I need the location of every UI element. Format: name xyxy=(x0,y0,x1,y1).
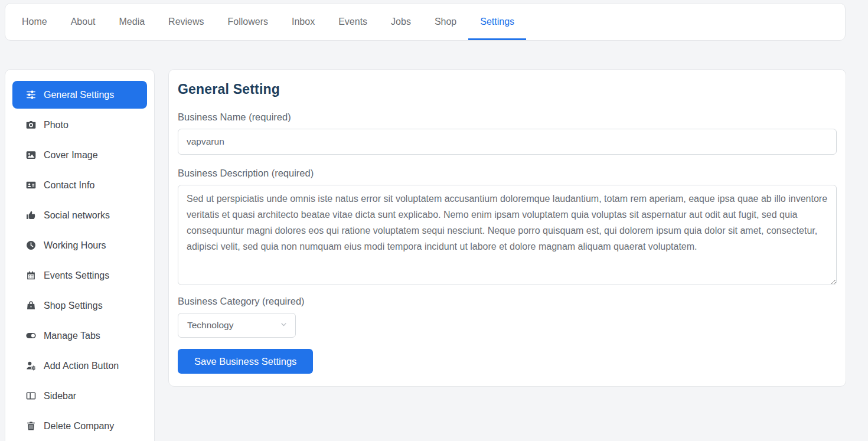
tab-settings[interactable]: Settings xyxy=(468,4,526,40)
thumbs-up-icon xyxy=(26,210,36,220)
tab-events[interactable]: Events xyxy=(327,4,379,40)
sidebar-item-label: Cover Image xyxy=(44,150,98,161)
business-category-selected-value: Technology xyxy=(187,320,233,331)
sidebar-item-label: Social networks xyxy=(44,210,110,221)
tab-jobs[interactable]: Jobs xyxy=(379,4,423,40)
sidebar-item-social-networks[interactable]: Social networks xyxy=(12,201,147,229)
address-card-icon xyxy=(26,180,36,190)
settings-sidebar: General Settings Photo Cover Image Conta… xyxy=(5,69,155,441)
general-settings-panel: General Setting Business Name (required)… xyxy=(168,69,846,387)
sliders-icon xyxy=(26,90,36,100)
tab-followers[interactable]: Followers xyxy=(216,4,280,40)
clock-icon xyxy=(26,240,36,250)
sidebar-item-delete-company[interactable]: Delete Company xyxy=(12,412,147,440)
shopping-bag-icon xyxy=(26,300,36,311)
calendar-icon xyxy=(26,270,36,280)
sidebar-item-working-hours[interactable]: Working Hours xyxy=(12,231,147,259)
business-name-input[interactable] xyxy=(178,129,837,155)
tab-shop[interactable]: Shop xyxy=(423,4,468,40)
camera-icon xyxy=(26,120,36,130)
sidebar-item-general-settings[interactable]: General Settings xyxy=(12,81,147,109)
user-gear-icon xyxy=(26,361,36,371)
sidebar-item-label: Manage Tabs xyxy=(44,331,100,341)
business-category-select[interactable]: Technology xyxy=(178,313,296,338)
sidebar-item-add-action-button[interactable]: Add Action Button xyxy=(12,352,147,380)
sidebar-item-contact-info[interactable]: Contact Info xyxy=(12,171,147,199)
sidebar-item-label: General Settings xyxy=(44,90,114,100)
sidebar-item-sidebar[interactable]: Sidebar xyxy=(12,382,147,410)
sidebar-item-label: Contact Info xyxy=(44,180,94,191)
tab-home[interactable]: Home xyxy=(10,4,59,40)
sidebar-item-photo[interactable]: Photo xyxy=(12,111,147,139)
sidebar-item-label: Shop Settings xyxy=(44,300,103,311)
business-category-label: Business Category (required) xyxy=(178,296,837,307)
tab-inbox[interactable]: Inbox xyxy=(280,4,327,40)
sidebar-item-manage-tabs[interactable]: Manage Tabs xyxy=(12,322,147,349)
toggle-icon xyxy=(26,331,36,341)
tab-reviews[interactable]: Reviews xyxy=(156,4,216,40)
sidebar-item-label: Photo xyxy=(44,120,68,130)
sidebar-item-label: Sidebar xyxy=(44,391,76,401)
image-icon xyxy=(26,150,36,160)
sidebar-item-label: Add Action Button xyxy=(44,361,119,371)
sidebar-item-label: Delete Company xyxy=(44,421,114,432)
business-description-textarea[interactable]: Sed ut perspiciatis unde omnis iste natu… xyxy=(178,185,837,285)
chevron-down-icon xyxy=(280,320,288,331)
business-description-label: Business Description (required) xyxy=(178,168,837,179)
top-nav: Home About Media Reviews Followers Inbox… xyxy=(5,3,846,41)
tab-about[interactable]: About xyxy=(59,4,107,40)
sidebar-item-label: Events Settings xyxy=(44,270,109,281)
sidebar-item-label: Working Hours xyxy=(44,240,106,251)
sidebar-item-shop-settings[interactable]: Shop Settings xyxy=(12,292,147,319)
columns-icon xyxy=(26,391,36,401)
sidebar-item-events-settings[interactable]: Events Settings xyxy=(12,262,147,289)
save-business-settings-button[interactable]: Save Business Settings xyxy=(178,349,313,374)
page-title: General Setting xyxy=(178,81,837,97)
business-name-label: Business Name (required) xyxy=(178,112,837,123)
sidebar-item-cover-image[interactable]: Cover Image xyxy=(12,141,147,169)
trash-icon xyxy=(26,421,36,431)
tab-media[interactable]: Media xyxy=(107,4,157,40)
